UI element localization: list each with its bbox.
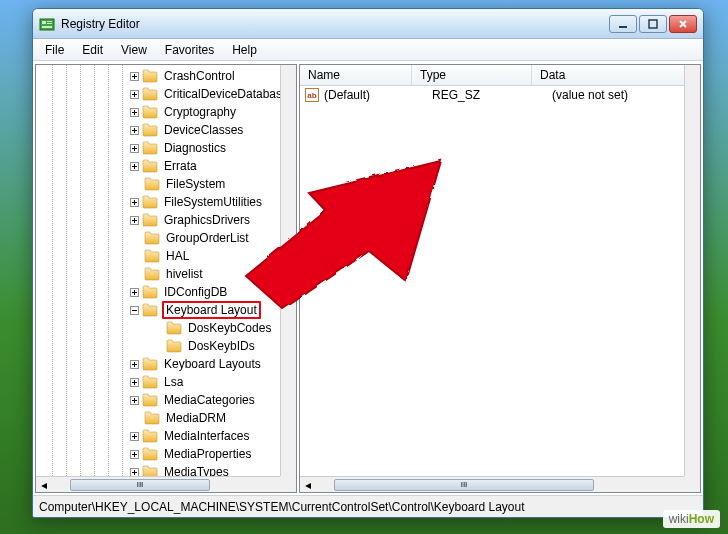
tree-item[interactable]: MediaTypes xyxy=(36,463,280,476)
tree-label[interactable]: FileSystemUtilities xyxy=(162,194,264,210)
tree-label[interactable]: MediaDRM xyxy=(164,410,228,426)
collapser-icon[interactable] xyxy=(130,306,139,315)
svg-rect-5 xyxy=(619,26,627,28)
scroll-thumb[interactable]: III xyxy=(334,479,594,491)
list-pane: Name Type Data ab(Default)REG_SZ(value n… xyxy=(299,64,701,493)
scroll-left-icon[interactable]: ◂ xyxy=(36,477,52,493)
tree-label[interactable]: HAL xyxy=(164,248,191,264)
menu-help[interactable]: Help xyxy=(224,41,265,59)
expander-spacer xyxy=(130,414,141,423)
expander-icon[interactable] xyxy=(130,162,139,171)
tree-item[interactable]: GraphicsDrivers xyxy=(36,211,280,229)
titlebar[interactable]: Registry Editor xyxy=(33,9,703,39)
tree-label[interactable]: Lsa xyxy=(162,374,185,390)
expander-icon[interactable] xyxy=(130,432,139,441)
list-vertical-scrollbar[interactable] xyxy=(684,65,700,476)
tree-label[interactable]: Cryptography xyxy=(162,104,238,120)
tree-label[interactable]: GroupOrderList xyxy=(164,230,251,246)
tree-item[interactable]: hivelist xyxy=(36,265,280,283)
menu-view[interactable]: View xyxy=(113,41,155,59)
tree-item[interactable]: Cryptography xyxy=(36,103,280,121)
tree-label[interactable]: DosKeybIDs xyxy=(186,338,257,354)
expander-icon[interactable] xyxy=(130,144,139,153)
tree-item[interactable]: Diagnostics xyxy=(36,139,280,157)
tree-label[interactable]: CriticalDeviceDatabase xyxy=(162,86,280,102)
panes: CrashControlCriticalDeviceDatabaseCrypto… xyxy=(33,61,703,495)
tree-scroll[interactable]: CrashControlCriticalDeviceDatabaseCrypto… xyxy=(36,65,280,476)
tree-item[interactable]: FileSystem xyxy=(36,175,280,193)
tree-item[interactable]: MediaProperties xyxy=(36,445,280,463)
expander-icon[interactable] xyxy=(130,126,139,135)
status-path: Computer\HKEY_LOCAL_MACHINE\SYSTEM\Curre… xyxy=(39,500,525,514)
tree-label[interactable]: Keyboard Layouts xyxy=(162,356,263,372)
tree-label[interactable]: GraphicsDrivers xyxy=(162,212,252,228)
expander-icon[interactable] xyxy=(130,216,139,225)
tree-item[interactable]: GroupOrderList xyxy=(36,229,280,247)
scroll-left-icon[interactable]: ◂ xyxy=(300,477,316,493)
tree-vertical-scrollbar[interactable] xyxy=(280,65,296,476)
expander-icon[interactable] xyxy=(130,72,139,81)
value-type: REG_SZ xyxy=(432,88,552,102)
tree-item[interactable]: Keyboard Layouts xyxy=(36,355,280,373)
tree-label[interactable]: IDConfigDB xyxy=(162,284,229,300)
close-button[interactable] xyxy=(669,15,697,33)
expander-icon[interactable] xyxy=(130,90,139,99)
tree-item[interactable]: MediaCategories xyxy=(36,391,280,409)
expander-icon[interactable] xyxy=(130,288,139,297)
menu-file[interactable]: File xyxy=(37,41,72,59)
tree-label[interactable]: Diagnostics xyxy=(162,140,228,156)
scroll-corner xyxy=(280,476,296,492)
tree-label[interactable]: MediaCategories xyxy=(162,392,257,408)
tree-content: CrashControlCriticalDeviceDatabaseCrypto… xyxy=(36,65,280,476)
tree-item[interactable]: FileSystemUtilities xyxy=(36,193,280,211)
value-name: (Default) xyxy=(324,88,432,102)
tree-item[interactable]: DeviceClasses xyxy=(36,121,280,139)
tree-item[interactable]: IDConfigDB xyxy=(36,283,280,301)
tree-label[interactable]: CrashControl xyxy=(162,68,237,84)
menu-favorites[interactable]: Favorites xyxy=(157,41,222,59)
maximize-button[interactable] xyxy=(639,15,667,33)
tree-item[interactable]: Lsa xyxy=(36,373,280,391)
tree-item[interactable]: MediaInterfaces xyxy=(36,427,280,445)
minimize-button[interactable] xyxy=(609,15,637,33)
column-name[interactable]: Name xyxy=(300,65,412,85)
svg-rect-2 xyxy=(47,21,52,22)
tree-label[interactable]: hivelist xyxy=(164,266,205,282)
expander-icon[interactable] xyxy=(130,468,139,477)
tree-item[interactable]: CriticalDeviceDatabase xyxy=(36,85,280,103)
tree-item[interactable]: MediaDRM xyxy=(36,409,280,427)
expander-icon[interactable] xyxy=(130,396,139,405)
tree-horizontal-scrollbar[interactable]: ◂ III xyxy=(36,476,280,492)
tree-item[interactable]: Keyboard Layout xyxy=(36,301,280,319)
tree-label[interactable]: MediaTypes xyxy=(162,464,231,476)
scroll-thumb[interactable]: III xyxy=(70,479,210,491)
expander-icon[interactable] xyxy=(130,198,139,207)
column-type[interactable]: Type xyxy=(412,65,532,85)
expander-spacer xyxy=(130,234,141,243)
list-row[interactable]: ab(Default)REG_SZ(value not set) xyxy=(300,86,700,104)
watermark-suffix: How xyxy=(689,512,714,526)
expander-icon[interactable] xyxy=(130,108,139,117)
tree-label[interactable]: Keyboard Layout xyxy=(162,301,261,319)
menubar: File Edit View Favorites Help xyxy=(33,39,703,61)
tree-item[interactable]: DosKeybCodes xyxy=(36,319,280,337)
tree-item[interactable]: CrashControl xyxy=(36,67,280,85)
tree-item[interactable]: DosKeybIDs xyxy=(36,337,280,355)
menu-edit[interactable]: Edit xyxy=(74,41,111,59)
expander-icon[interactable] xyxy=(130,450,139,459)
tree-label[interactable]: MediaProperties xyxy=(162,446,253,462)
tree-label[interactable]: DosKeybCodes xyxy=(186,320,273,336)
tree-label[interactable]: DeviceClasses xyxy=(162,122,245,138)
watermark: wikiHow xyxy=(663,510,720,528)
column-data[interactable]: Data xyxy=(532,65,700,85)
list-horizontal-scrollbar[interactable]: ◂ III xyxy=(300,476,684,492)
list-body[interactable]: ab(Default)REG_SZ(value not set) xyxy=(300,86,700,104)
tree-item[interactable]: HAL xyxy=(36,247,280,265)
expander-icon[interactable] xyxy=(130,378,139,387)
tree-label[interactable]: MediaInterfaces xyxy=(162,428,251,444)
tree-item[interactable]: Errata xyxy=(36,157,280,175)
expander-spacer xyxy=(130,180,141,189)
expander-icon[interactable] xyxy=(130,360,139,369)
tree-label[interactable]: FileSystem xyxy=(164,176,227,192)
tree-label[interactable]: Errata xyxy=(162,158,199,174)
